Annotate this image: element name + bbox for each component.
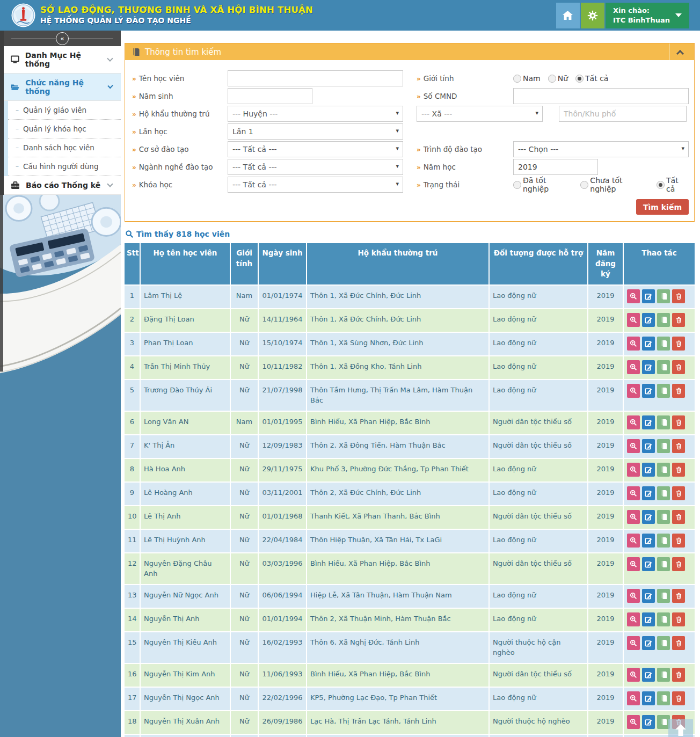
sidebar-subitem[interactable]: –Quản lý khóa học	[8, 120, 121, 138]
edit-button[interactable]	[642, 557, 655, 571]
edit-button[interactable]	[642, 486, 655, 500]
edit-button[interactable]	[642, 715, 655, 729]
delete-button[interactable]	[672, 534, 685, 548]
edit-button[interactable]	[642, 612, 655, 626]
radio-status[interactable]: Tất cả	[657, 176, 689, 193]
delete-button[interactable]	[672, 510, 685, 524]
edit-button[interactable]	[642, 289, 655, 303]
view-button[interactable]	[627, 691, 640, 705]
delete-button[interactable]	[672, 668, 685, 682]
copy-button[interactable]	[657, 691, 670, 705]
id-number-input[interactable]	[513, 88, 689, 104]
delete-button[interactable]	[672, 557, 685, 571]
edit-button[interactable]	[642, 415, 655, 429]
copy-button[interactable]	[657, 486, 670, 500]
school-year-input[interactable]	[513, 159, 598, 175]
delete-button[interactable]	[672, 289, 685, 303]
sidebar-item-chuc-nang[interactable]: Chức năng Hệ thống	[4, 74, 121, 101]
commune-select[interactable]: --- Xã ---	[417, 106, 543, 122]
view-button[interactable]	[627, 589, 640, 603]
attempt-select[interactable]: Lần 1	[228, 123, 403, 140]
delete-button[interactable]	[672, 691, 685, 705]
view-button[interactable]	[627, 337, 640, 351]
delete-button[interactable]	[672, 415, 685, 429]
edit-button[interactable]	[642, 463, 655, 477]
view-button[interactable]	[627, 612, 640, 626]
edit-button[interactable]	[642, 510, 655, 524]
view-button[interactable]	[627, 510, 640, 524]
edit-button[interactable]	[642, 534, 655, 548]
delete-button[interactable]	[672, 384, 685, 398]
student-name-input[interactable]	[228, 70, 403, 86]
training-level-select[interactable]: --- Chọn ---	[513, 141, 689, 157]
edit-button[interactable]	[642, 589, 655, 603]
copy-button[interactable]	[657, 384, 670, 398]
delete-button[interactable]	[672, 337, 685, 351]
edit-button[interactable]	[642, 439, 655, 453]
edit-button[interactable]	[642, 360, 655, 374]
sidebar-item-danh-muc[interactable]: Danh Mục Hệ thống	[4, 46, 121, 74]
delete-button[interactable]	[672, 636, 685, 650]
view-button[interactable]	[627, 384, 640, 398]
course-select[interactable]: --- Tất cả ---	[228, 177, 403, 193]
sidebar-collapse-bar[interactable]: «	[4, 31, 121, 46]
search-button[interactable]: Tìm kiếm	[636, 199, 689, 215]
radio-icon[interactable]	[575, 75, 584, 83]
view-button[interactable]	[627, 636, 640, 650]
copy-button[interactable]	[657, 589, 670, 603]
view-button[interactable]	[627, 313, 640, 327]
radio-gender[interactable]: Tất cả	[575, 74, 608, 83]
radio-icon[interactable]	[657, 181, 665, 189]
scroll-to-top-button[interactable]	[668, 719, 693, 737]
copy-button[interactable]	[657, 313, 670, 327]
copy-button[interactable]	[657, 510, 670, 524]
copy-button[interactable]	[657, 439, 670, 453]
copy-button[interactable]	[657, 534, 670, 548]
copy-button[interactable]	[657, 557, 670, 571]
radio-icon[interactable]	[580, 181, 588, 189]
sidebar-item-bao-cao[interactable]: Báo cáo Thống kê	[4, 176, 121, 195]
hamlet-input[interactable]	[559, 106, 687, 122]
delete-button[interactable]	[672, 360, 685, 374]
district-select[interactable]: --- Huyện ---	[228, 106, 403, 122]
home-button[interactable]	[556, 3, 580, 28]
radio-status[interactable]: Chưa tốt nghiệp	[580, 176, 649, 193]
delete-button[interactable]	[672, 612, 685, 626]
copy-button[interactable]	[657, 612, 670, 626]
birth-year-input[interactable]	[228, 88, 312, 104]
user-menu[interactable]: Xin chào: ITC BinhThuan	[606, 3, 689, 28]
edit-button[interactable]	[642, 636, 655, 650]
sidebar-subitem[interactable]: –Danh sách học viên	[8, 138, 121, 157]
view-button[interactable]	[627, 534, 640, 548]
edit-button[interactable]	[642, 691, 655, 705]
view-button[interactable]	[627, 715, 640, 729]
delete-button[interactable]	[672, 486, 685, 500]
delete-button[interactable]	[672, 439, 685, 453]
radio-gender[interactable]: Nam	[513, 74, 541, 83]
radio-status[interactable]: Đã tốt nghiệp	[513, 176, 573, 193]
delete-button[interactable]	[672, 313, 685, 327]
copy-button[interactable]	[657, 337, 670, 351]
radio-icon[interactable]	[513, 75, 521, 83]
view-button[interactable]	[627, 486, 640, 500]
view-button[interactable]	[627, 668, 640, 682]
sidebar-subitem[interactable]: –Quản lý giáo viên	[8, 101, 121, 120]
collapse-panel-icon[interactable]	[676, 49, 684, 57]
edit-button[interactable]	[642, 337, 655, 351]
copy-button[interactable]	[657, 415, 670, 429]
radio-gender[interactable]: Nữ	[548, 74, 568, 83]
copy-button[interactable]	[657, 463, 670, 477]
view-button[interactable]	[627, 439, 640, 453]
copy-button[interactable]	[657, 636, 670, 650]
view-button[interactable]	[627, 289, 640, 303]
delete-button[interactable]	[672, 589, 685, 603]
training-facility-select[interactable]: --- Tất cả ---	[228, 141, 403, 157]
view-button[interactable]	[627, 360, 640, 374]
radio-icon[interactable]	[548, 75, 556, 83]
view-button[interactable]	[627, 557, 640, 571]
view-button[interactable]	[627, 415, 640, 429]
edit-button[interactable]	[642, 384, 655, 398]
collapse-sidebar-icon[interactable]: «	[56, 32, 69, 45]
copy-button[interactable]	[657, 668, 670, 682]
sidebar-subitem[interactable]: –Cấu hình người dùng	[8, 157, 121, 176]
